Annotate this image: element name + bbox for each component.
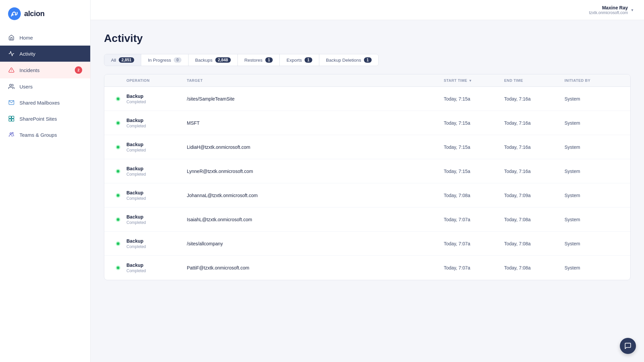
table-row: Backup Completed LynneR@tzxtk.onmicrosof… (104, 159, 630, 183)
tab-in-progress[interactable]: In Progress 0 (141, 54, 189, 66)
status-indicator (110, 97, 126, 101)
table-row: Backup Completed /sites/SampleTeamSite T… (104, 87, 630, 111)
sidebar-item-teams-groups[interactable]: Teams & Groups (0, 127, 90, 143)
tab-restores-label: Restores (245, 58, 263, 63)
tab-backups[interactable]: Backups 2,848 (189, 54, 238, 66)
tab-in-progress-label: In Progress (148, 58, 171, 63)
status-dot (116, 121, 120, 125)
operation-cell: Backup Completed (126, 238, 187, 249)
tab-in-progress-badge: 0 (174, 57, 181, 63)
end-time-cell: Today, 7:08a (504, 217, 565, 222)
end-time-cell: Today, 7:08a (504, 241, 565, 246)
operation-cell: Backup Completed (126, 142, 187, 153)
col-status (110, 78, 126, 82)
target-cell: IsaiahL@tzxtk.onmicrosoft.com (187, 217, 444, 222)
sidebar-item-shared-mailboxes[interactable]: Shared Mailboxes (0, 95, 90, 111)
target-cell: /sites/SampleTeamSite (187, 96, 444, 102)
status-indicator (110, 265, 126, 270)
topbar: Maxine Ray tzxtk.onmicrosoft.com ▾ (91, 0, 644, 20)
operation-name: Backup (126, 166, 187, 171)
operation-cell: Backup Completed (126, 94, 187, 104)
operation-name: Backup (126, 190, 187, 195)
filter-tabs: All 2,851 In Progress 0 Backups 2,848 Re… (104, 54, 379, 66)
chat-button[interactable] (620, 338, 636, 354)
shared-mailboxes-icon (8, 99, 15, 106)
operation-name: Backup (126, 238, 187, 244)
status-indicator (110, 193, 126, 198)
end-time-cell: Today, 7:16a (504, 169, 565, 174)
page-content: Activity All 2,851 In Progress 0 Backups… (91, 20, 644, 362)
tab-restores-badge: 1 (265, 57, 273, 63)
operation-status: Completed (126, 124, 187, 128)
status-dot (116, 217, 120, 222)
tab-all[interactable]: All 2,851 (104, 54, 141, 66)
main-content: Maxine Ray tzxtk.onmicrosoft.com ▾ Activ… (91, 0, 644, 362)
initiated-by-cell: System (565, 265, 625, 270)
status-dot (116, 145, 120, 149)
sidebar-item-teams-label: Teams & Groups (19, 132, 57, 138)
end-time-cell: Today, 7:16a (504, 96, 565, 102)
initiated-by-cell: System (565, 241, 625, 246)
sidebar-item-incidents-label: Incidents (19, 67, 40, 73)
sidebar-item-home[interactable]: Home (0, 29, 90, 46)
user-menu[interactable]: Maxine Ray tzxtk.onmicrosoft.com ▾ (589, 5, 633, 15)
tab-backups-badge: 2,848 (215, 57, 231, 63)
users-icon (8, 83, 15, 90)
operation-name: Backup (126, 118, 187, 123)
status-dot (116, 265, 120, 270)
tab-backup-deletions[interactable]: Backup Deletions 1 (319, 54, 378, 66)
col-target: Target (187, 78, 444, 82)
operation-status: Completed (126, 172, 187, 177)
target-cell: /sites/allcompany (187, 241, 444, 246)
end-time-cell: Today, 7:09a (504, 193, 565, 198)
initiated-by-cell: System (565, 96, 625, 102)
start-time-cell: Today, 7:15a (444, 144, 504, 150)
start-time-cell: Today, 7:07a (444, 265, 504, 270)
operation-status: Completed (126, 148, 187, 153)
logo-container[interactable]: alcion (0, 0, 90, 29)
teams-icon (8, 131, 15, 138)
sidebar-item-home-label: Home (19, 35, 33, 41)
svg-point-0 (8, 7, 21, 20)
table-row: Backup Completed PattiF@tzxtk.onmicrosof… (104, 256, 630, 280)
col-start-time[interactable]: Start Time ▼ (444, 78, 504, 82)
home-icon (8, 34, 15, 41)
sidebar-item-users[interactable]: Users (0, 78, 90, 95)
svg-rect-8 (9, 119, 11, 121)
operation-name: Backup (126, 142, 187, 147)
svg-point-1 (12, 14, 14, 16)
tab-backup-deletions-badge: 1 (364, 57, 372, 63)
initiated-by-cell: System (565, 120, 625, 126)
status-indicator (110, 169, 126, 174)
initiated-by-cell: System (565, 193, 625, 198)
svg-rect-6 (9, 116, 11, 119)
svg-point-4 (10, 84, 12, 86)
target-cell: LynneR@tzxtk.onmicrosoft.com (187, 169, 444, 174)
operation-name: Backup (126, 214, 187, 220)
sidebar-nav: Home Activity Incidents 2 Users Shared (0, 29, 90, 143)
chevron-down-icon: ▾ (631, 8, 633, 12)
operation-cell: Backup Completed (126, 166, 187, 177)
tab-exports-label: Exports (286, 58, 302, 63)
status-dot (116, 193, 120, 198)
status-dot (116, 241, 120, 246)
incidents-icon (8, 67, 15, 73)
operation-cell: Backup Completed (126, 262, 187, 273)
tab-exports[interactable]: Exports 1 (280, 54, 319, 66)
sidebar-item-activity[interactable]: Activity (0, 46, 90, 62)
operation-cell: Backup Completed (126, 190, 187, 201)
user-details: Maxine Ray tzxtk.onmicrosoft.com (589, 5, 628, 15)
tab-all-badge: 2,851 (119, 57, 134, 63)
sidebar-item-sharepoint-sites[interactable]: SharePoint Sites (0, 111, 90, 127)
operation-cell: Backup Completed (126, 214, 187, 225)
tab-all-label: All (111, 58, 116, 63)
tab-restores[interactable]: Restores 1 (238, 54, 280, 66)
incidents-badge: 2 (75, 66, 82, 74)
activity-icon (8, 50, 15, 57)
user-name: Maxine Ray (589, 5, 628, 10)
sidebar-item-incidents[interactable]: Incidents 2 (0, 62, 90, 78)
tab-backups-label: Backups (195, 58, 213, 63)
table-body: Backup Completed /sites/SampleTeamSite T… (104, 87, 630, 280)
status-indicator (110, 241, 126, 246)
col-end-time: End Time (504, 78, 565, 82)
